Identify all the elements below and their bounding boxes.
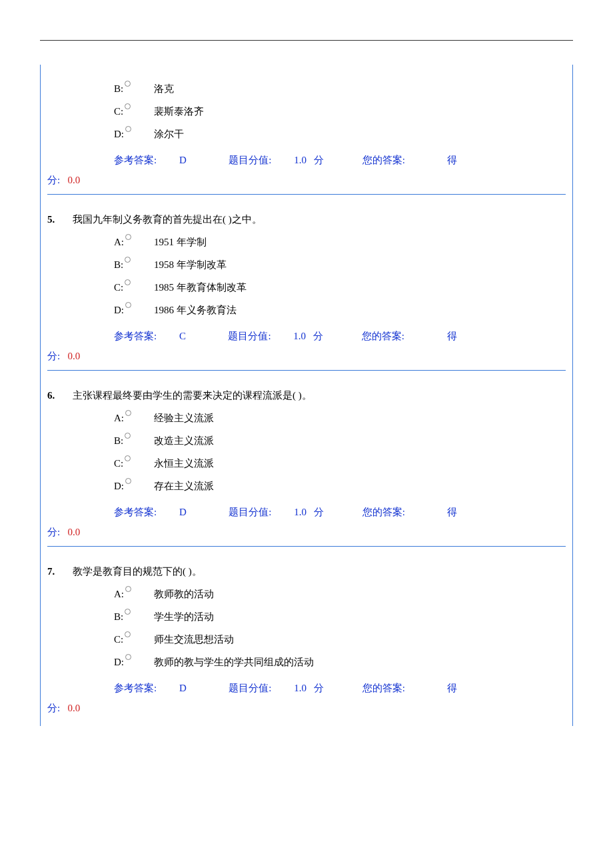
option-label: B: bbox=[114, 258, 154, 271]
option-letter: C: bbox=[114, 458, 123, 469]
radio-icon[interactable] bbox=[125, 433, 131, 439]
page-top-rule bbox=[40, 40, 573, 41]
option-letter: D: bbox=[114, 305, 124, 315]
item-score-value: 1.0 bbox=[294, 507, 306, 517]
ref-answer-label: 参考答案: bbox=[114, 331, 157, 341]
option-row: A: 教师教的活动 bbox=[47, 587, 566, 601]
option-letter: C: bbox=[114, 282, 123, 293]
option-row: B: 1958 年学制改革 bbox=[47, 258, 566, 271]
question-7: 7. 教学是教育目的规范下的( )。 A: 教师教的活动 B: 学生学的活动 bbox=[41, 551, 572, 726]
got-score-value: 0.0 bbox=[67, 703, 80, 713]
option-label: D: bbox=[114, 127, 154, 140]
question-6: 6. 主张课程最终要由学生的需要来决定的课程流派是( )。 A: 经验主义流派 … bbox=[41, 375, 572, 551]
stem-row: 6. 主张课程最终要由学生的需要来决定的课程流派是( )。 bbox=[47, 389, 566, 402]
option-text: 师生交流思想活动 bbox=[154, 633, 566, 646]
radio-icon[interactable] bbox=[125, 126, 131, 132]
your-answer-label: 您的答案: bbox=[362, 683, 405, 693]
got-label-1: 得 bbox=[447, 683, 457, 693]
item-score-value: 1.0 bbox=[294, 155, 306, 165]
radio-icon[interactable] bbox=[125, 586, 131, 592]
radio-icon[interactable] bbox=[125, 609, 131, 615]
option-text: 1986 年义务教育法 bbox=[154, 304, 566, 317]
answer-row: 参考答案: C 题目分值: 1.0 分 您的答案: 得 分: 0.0 bbox=[47, 326, 566, 366]
radio-icon[interactable] bbox=[125, 103, 131, 109]
score-unit: 分 bbox=[314, 155, 324, 165]
ref-answer-label: 参考答案: bbox=[114, 683, 157, 693]
option-text: 教师教的活动 bbox=[154, 588, 566, 601]
item-score-label: 题目分值: bbox=[229, 507, 271, 517]
question-number: 5. bbox=[47, 214, 73, 225]
option-text: 经验主义流派 bbox=[154, 412, 566, 425]
option-text: 学生学的活动 bbox=[154, 611, 566, 623]
ref-answer-value: D bbox=[179, 155, 187, 165]
option-label: C: bbox=[114, 281, 154, 293]
radio-icon[interactable] bbox=[125, 410, 131, 416]
question-stem: 教学是教育目的规范下的( )。 bbox=[73, 565, 566, 578]
option-letter: B: bbox=[114, 259, 123, 270]
radio-icon[interactable] bbox=[125, 257, 131, 263]
option-letter: D: bbox=[114, 657, 124, 667]
option-row: B: 洛克 bbox=[47, 82, 566, 95]
got-label-2: 分: bbox=[47, 527, 60, 537]
score-unit: 分 bbox=[314, 507, 324, 517]
option-row: D: 存在主义流派 bbox=[47, 479, 566, 493]
answer-row: 参考答案: D 题目分值: 1.0 分 您的答案: 得 分: 0.0 bbox=[47, 678, 566, 718]
item-score-value: 1.0 bbox=[294, 683, 306, 693]
question-number: 6. bbox=[47, 390, 73, 401]
option-row: A: 经验主义流派 bbox=[47, 411, 566, 425]
question-stem: 我国九年制义务教育的首先提出在( )之中。 bbox=[73, 213, 566, 226]
option-label: B: bbox=[114, 610, 154, 623]
question-stem: 主张课程最终要由学生的需要来决定的课程流派是( )。 bbox=[73, 389, 566, 402]
option-row: B: 改造主义流派 bbox=[47, 434, 566, 447]
got-label-1: 得 bbox=[447, 507, 457, 517]
option-label: D: bbox=[114, 303, 154, 316]
ref-answer-value: D bbox=[179, 683, 187, 693]
radio-icon[interactable] bbox=[125, 279, 131, 285]
item-score-label: 题目分值: bbox=[229, 155, 271, 165]
got-score-value: 0.0 bbox=[67, 175, 80, 185]
option-text: 教师的教与学生的学共同组成的活动 bbox=[154, 656, 566, 669]
radio-icon[interactable] bbox=[125, 455, 131, 461]
separator bbox=[47, 546, 566, 547]
option-label: C: bbox=[114, 633, 154, 645]
option-label: C: bbox=[114, 105, 154, 117]
option-row: D: 涂尔干 bbox=[47, 127, 566, 141]
option-letter: D: bbox=[114, 129, 124, 139]
option-label: A: bbox=[114, 587, 154, 600]
your-answer-label: 您的答案: bbox=[362, 155, 405, 165]
radio-icon[interactable] bbox=[125, 81, 131, 87]
radio-icon[interactable] bbox=[125, 478, 131, 484]
got-label-2: 分: bbox=[47, 175, 60, 185]
option-row: A: 1951 年学制 bbox=[47, 235, 566, 249]
radio-icon[interactable] bbox=[125, 234, 131, 240]
got-label-1: 得 bbox=[447, 155, 457, 165]
ref-answer-value: D bbox=[179, 507, 187, 517]
option-row: C: 裴斯泰洛齐 bbox=[47, 105, 566, 118]
radio-icon[interactable] bbox=[125, 631, 131, 637]
question-5: 5. 我国九年制义务教育的首先提出在( )之中。 A: 1951 年学制 B: … bbox=[41, 199, 572, 375]
score-unit: 分 bbox=[313, 331, 323, 341]
option-label: B: bbox=[114, 434, 154, 447]
separator bbox=[47, 370, 566, 371]
option-letter: B: bbox=[114, 83, 123, 94]
question-4: B: 洛克 C: 裴斯泰洛齐 D: 涂尔干 参考答案: D bbox=[41, 65, 572, 199]
option-letter: A: bbox=[114, 589, 124, 599]
option-row: B: 学生学的活动 bbox=[47, 610, 566, 623]
item-score-label: 题目分值: bbox=[228, 331, 271, 341]
option-text: 裴斯泰洛齐 bbox=[154, 105, 566, 118]
option-letter: B: bbox=[114, 435, 123, 446]
option-text: 涂尔干 bbox=[154, 128, 566, 141]
item-score-label: 题目分值: bbox=[229, 683, 271, 693]
option-text: 改造主义流派 bbox=[154, 435, 566, 447]
radio-icon[interactable] bbox=[125, 654, 131, 660]
ref-answer-value: C bbox=[179, 331, 186, 341]
option-row: C: 师生交流思想活动 bbox=[47, 633, 566, 646]
separator bbox=[47, 194, 566, 195]
option-label: B: bbox=[114, 82, 154, 95]
option-text: 洛克 bbox=[154, 83, 566, 95]
radio-icon[interactable] bbox=[125, 302, 131, 308]
score-unit: 分 bbox=[314, 683, 324, 693]
option-label: D: bbox=[114, 479, 154, 492]
option-letter: A: bbox=[114, 413, 124, 423]
option-label: A: bbox=[114, 235, 154, 248]
